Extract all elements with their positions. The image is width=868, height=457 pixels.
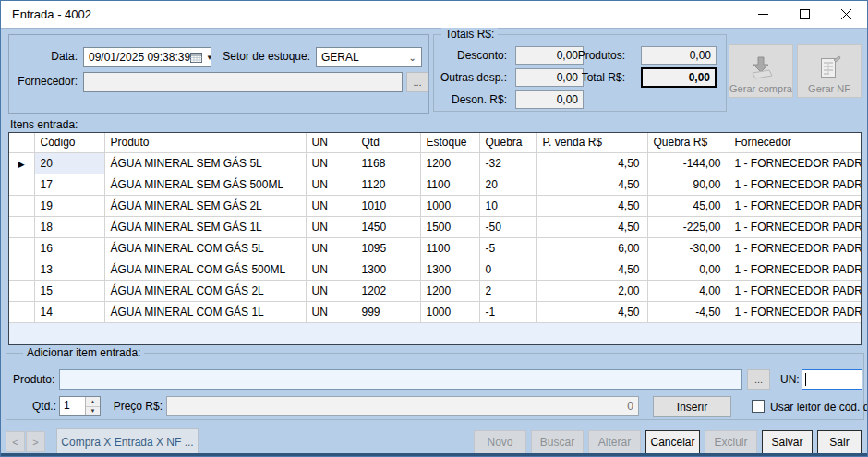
nav-prev-button[interactable]: < [6,431,25,452]
grid-cell[interactable]: 17 [34,174,104,195]
row-selector[interactable]: ▶ [9,152,34,174]
barcode-checkbox[interactable] [752,400,765,413]
date-dropdown-icon[interactable]: ▼ [206,54,211,62]
qtd-stepper[interactable]: 1 ▲ ▼ [59,396,101,416]
total-value[interactable]: 0,00 [641,67,717,88]
grid-header-codigo[interactable]: Código [34,133,104,152]
grid-cell[interactable]: 4,50 [536,174,647,195]
grid-cell[interactable]: UN [306,301,356,322]
grid-cell[interactable]: 15 [34,280,104,301]
grid-cell[interactable]: 18 [34,216,104,237]
cancelar-button[interactable]: Cancelar [645,430,700,454]
grid-cell[interactable]: 16 [34,237,104,259]
tab-compra-entrada-nf[interactable]: Compra X Entrada X NF ... [56,428,199,455]
grid-cell[interactable]: -5 [479,237,536,259]
grid-cell[interactable]: 1 - FORNECEDOR PADRÃO [729,237,861,259]
grid-cell[interactable]: 13 [34,259,104,280]
setor-select[interactable]: GERAL ⌄ [316,47,422,67]
grid-cell[interactable]: 45,00 [647,195,729,216]
deson-value[interactable]: 0,00 [515,90,584,109]
grid-cell[interactable]: 1120 [356,174,420,195]
fornecedor-input[interactable] [83,72,403,92]
nav-next-button[interactable]: > [26,431,45,452]
grid-cell[interactable]: UN [306,174,356,195]
grid-cell[interactable]: -30,00 [647,237,729,259]
grid-cell[interactable]: 4,50 [536,216,647,237]
grid-cell[interactable]: 2 [479,280,536,301]
grid-cell[interactable]: 999 [356,301,420,322]
grid-cell[interactable]: 4,50 [536,259,647,280]
grid-cell[interactable]: 4,50 [536,152,647,174]
grid-header-fornecedor[interactable]: Fornecedor [729,133,861,152]
row-selector[interactable] [9,301,34,322]
grid-cell[interactable]: ÁGUA MINERAL COM GÁS 2L [104,280,306,301]
grid-cell[interactable]: 1 - FORNECEDOR PADRÃO [729,216,861,237]
grid-cell[interactable]: 4,50 [536,195,647,216]
grid-cell[interactable]: 1168 [356,152,420,174]
close-button[interactable] [826,1,867,28]
un-input[interactable] [802,369,862,390]
grid-cell[interactable]: 1300 [420,259,479,280]
grid-cell[interactable]: 1202 [356,280,420,301]
minimize-button[interactable] [742,1,784,28]
grid-header-un[interactable]: UN [306,133,356,152]
grid-cell[interactable]: 1000 [420,301,479,322]
grid-header-estoque[interactable]: Estoque [420,133,479,152]
grid-header-quebra-rs[interactable]: Quebra R$ [647,133,729,152]
row-selector[interactable] [9,237,34,259]
grid-cell[interactable]: UN [306,280,356,301]
grid-cell[interactable]: 14 [34,301,104,322]
preco-input[interactable]: 0 [166,396,639,416]
row-selector[interactable] [9,259,34,280]
row-selector[interactable] [9,280,34,301]
grid-cell[interactable]: UN [306,152,356,174]
date-input[interactable]: 09/01/2025 09:38:39 ▼ [83,47,211,67]
grid-cell[interactable]: ÁGUA MINERAL SEM GÁS 1L [104,216,306,237]
inserir-button[interactable]: Inserir [653,396,731,417]
grid-header-produto[interactable]: Produto [104,133,306,152]
grid-cell[interactable]: 4,50 [536,301,647,322]
grid-cell[interactable]: 2,00 [536,280,647,301]
grid-cell[interactable]: 1200 [420,152,479,174]
grid-cell[interactable]: 0,00 [647,259,729,280]
qtd-down-icon[interactable]: ▼ [86,407,100,416]
produtos-value[interactable]: 0,00 [641,46,717,65]
grid-cell[interactable]: 90,00 [647,174,729,195]
grid-header-quebra[interactable]: Quebra [479,133,536,152]
grid-cell[interactable]: 1 - FORNECEDOR PADRÃO [729,280,861,301]
grid-cell[interactable]: -1 [479,301,536,322]
grid-cell[interactable]: 4,00 [647,280,729,301]
grid-cell[interactable]: -144,00 [647,152,729,174]
grid-cell[interactable]: 1000 [420,195,479,216]
grid-cell[interactable]: 1010 [356,195,420,216]
row-selector[interactable] [9,195,34,216]
grid-cell[interactable]: 0 [479,259,536,280]
grid-cell[interactable]: 10 [479,195,536,216]
grid-cell[interactable]: UN [306,237,356,259]
grid-cell[interactable]: ÁGUA MINERAL COM GÁS 500ML [104,259,306,280]
gerar-compra-button[interactable]: Gerar compra [729,44,793,98]
grid-cell[interactable]: ÁGUA MINERAL SEM GÁS 2L [104,195,306,216]
sair-button[interactable]: Sair [817,430,862,454]
grid-cell[interactable]: 20 [479,174,536,195]
grid-header-pvenda[interactable]: P. venda R$ [536,133,647,152]
grid-cell[interactable]: 6,00 [536,237,647,259]
buscar-button[interactable]: Buscar [531,430,584,454]
grid-cell[interactable]: ÁGUA MINERAL SEM GÁS 5L [104,152,306,174]
grid-cell[interactable]: 1500 [420,216,479,237]
grid-cell[interactable]: ÁGUA MINERAL COM GÁS 1L [104,301,306,322]
fornecedor-browse-button[interactable]: ... [406,72,428,92]
novo-button[interactable]: Novo [474,430,526,454]
grid-cell[interactable]: 1100 [420,237,479,259]
excluir-button[interactable]: Excluir [705,430,757,454]
produto-input[interactable] [59,369,742,390]
grid-cell[interactable]: 1 - FORNECEDOR PADRÃO [729,152,861,174]
grid-cell[interactable]: UN [306,259,356,280]
grid-cell[interactable]: UN [306,195,356,216]
grid-cell[interactable]: 1 - FORNECEDOR PADRÃO [729,301,861,322]
grid-cell[interactable]: ÁGUA MINERAL SEM GÁS 500ML [104,174,306,195]
grid-cell[interactable]: 19 [34,195,104,216]
maximize-button[interactable] [784,1,826,28]
row-selector[interactable] [9,174,34,195]
grid-cell[interactable]: UN [306,216,356,237]
